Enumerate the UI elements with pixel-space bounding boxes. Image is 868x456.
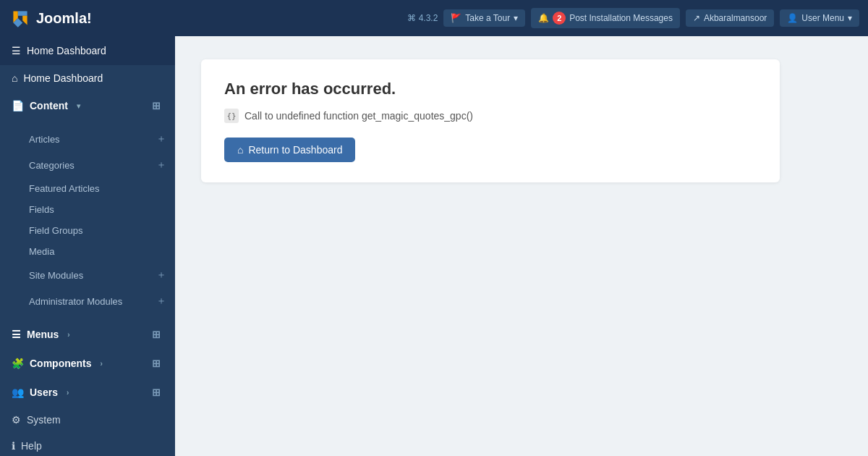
notification-count: 2 — [553, 12, 566, 25]
user-menu-chevron-icon: ▾ — [848, 13, 852, 23]
joomla-logo[interactable]: Joomla! — [9, 7, 92, 30]
sidebar-item-system[interactable]: ⚙ System — [0, 407, 175, 433]
site-modules-label: Site Modules — [29, 270, 83, 281]
return-icon: ⌂ — [237, 144, 243, 156]
media-label: Media — [29, 246, 54, 257]
sidebar-item-menus[interactable]: ☰ Menus › ⊞ — [0, 320, 175, 349]
notification-label: Post Installation Messages — [569, 13, 673, 23]
help-icon: ℹ — [12, 440, 15, 452]
users-icon: 👥 — [12, 387, 24, 398]
tour-chevron-icon: ▾ — [514, 13, 518, 23]
version-badge: ⌘ 4.3.2 — [407, 13, 438, 23]
main-content: An error has occurred. {} Call to undefi… — [175, 36, 868, 456]
username-label: Akbaralmansoor — [704, 13, 767, 23]
field-groups-label: Field Groups — [29, 225, 82, 236]
external-link-button[interactable]: ↗ Akbaralmansoor — [686, 9, 774, 27]
site-modules-add-icon[interactable]: ＋ — [153, 267, 169, 283]
articles-add-icon[interactable]: ＋ — [153, 131, 169, 147]
system-icon: ⚙ — [12, 414, 21, 426]
bell-icon: 🔔 — [538, 13, 549, 23]
user-menu-button[interactable]: 👤 User Menu ▾ — [780, 9, 859, 27]
joomla-brand-text: Joomla! — [36, 10, 92, 27]
sidebar-item-components[interactable]: 🧩 Components › ⊞ — [0, 349, 175, 378]
menus-chevron-icon: › — [67, 331, 69, 339]
toggle-menu-label: Home Dashboard — [27, 45, 106, 56]
topbar-left: Joomla! — [9, 7, 92, 30]
components-grid-icon[interactable]: ⊞ — [149, 356, 163, 371]
toggle-menu-item[interactable]: ☰ Home Dashboard — [0, 36, 175, 65]
sidebar-item-content[interactable]: 📄 Content ▾ ⊞ — [0, 91, 175, 120]
featured-articles-label: Featured Articles — [29, 183, 100, 194]
sidebar-item-fields[interactable]: Fields — [23, 199, 175, 220]
system-label: System — [27, 414, 61, 426]
users-grid-icon[interactable]: ⊞ — [149, 385, 163, 400]
layout: ☰ Home Dashboard ⌂ Home Dashboard 📄 Cont… — [0, 36, 868, 456]
return-to-dashboard-button[interactable]: ⌂ Return to Dashboard — [224, 138, 355, 162]
sidebar-item-home[interactable]: ⌂ Home Dashboard — [0, 65, 175, 91]
articles-label: Articles — [29, 134, 60, 145]
categories-add-icon[interactable]: ＋ — [153, 157, 169, 173]
help-label: Help — [21, 440, 42, 452]
version-text: 4.3.2 — [419, 13, 438, 23]
toggle-menu-icon: ☰ — [12, 45, 21, 56]
content-grid-icon[interactable]: ⊞ — [149, 98, 163, 113]
home-label: Home Dashboard — [23, 72, 103, 84]
topbar: Joomla! ⌘ 4.3.2 🚩 Take a Tour ▾ 🔔 2 Post… — [0, 0, 868, 36]
components-label: Components — [30, 358, 92, 369]
tour-label: Take a Tour — [465, 13, 510, 23]
notification-button[interactable]: 🔔 2 Post Installation Messages — [531, 8, 680, 28]
components-icon: 🧩 — [12, 358, 24, 369]
topbar-right: ⌘ 4.3.2 🚩 Take a Tour ▾ 🔔 2 Post Install… — [407, 8, 859, 28]
error-message-text: Call to undefined function get_magic_quo… — [244, 110, 473, 122]
external-icon: ↗ — [693, 13, 700, 23]
admin-modules-add-icon[interactable]: ＋ — [153, 293, 169, 309]
sidebar-item-users[interactable]: 👥 Users › ⊞ — [0, 378, 175, 407]
fields-label: Fields — [29, 204, 54, 215]
sidebar-item-featured-articles[interactable]: Featured Articles — [23, 178, 175, 199]
sidebar-item-admin-modules[interactable]: Administrator Modules ＋ — [23, 288, 175, 314]
sidebar-item-help[interactable]: ℹ Help — [0, 433, 175, 456]
content-chevron-icon: ▾ — [77, 102, 80, 110]
error-code-icon: {} — [224, 109, 239, 123]
sidebar-item-categories[interactable]: Categories ＋ — [23, 152, 175, 178]
sidebar-item-site-modules[interactable]: Site Modules ＋ — [23, 262, 175, 288]
take-tour-button[interactable]: 🚩 Take a Tour ▾ — [443, 9, 525, 27]
user-menu-label: User Menu — [801, 13, 844, 23]
content-icon: 📄 — [12, 100, 24, 111]
users-label: Users — [30, 387, 58, 398]
sidebar: ☰ Home Dashboard ⌂ Home Dashboard 📄 Cont… — [0, 36, 175, 456]
menus-icon: ☰ — [12, 329, 21, 340]
error-message-row: {} Call to undefined function get_magic_… — [224, 109, 757, 123]
menus-grid-icon[interactable]: ⊞ — [149, 327, 163, 342]
content-label: Content — [30, 100, 68, 111]
sidebar-item-field-groups[interactable]: Field Groups — [23, 220, 175, 241]
content-submenu: Articles ＋ Categories ＋ Featured Article… — [0, 120, 175, 320]
home-icon: ⌂ — [12, 72, 17, 84]
error-title: An error has occurred. — [224, 80, 757, 98]
user-icon: 👤 — [787, 13, 798, 23]
users-chevron-icon: › — [67, 389, 69, 397]
sidebar-item-articles[interactable]: Articles ＋ — [23, 126, 175, 152]
error-box: An error has occurred. {} Call to undefi… — [201, 59, 780, 182]
sidebar-item-media[interactable]: Media — [23, 241, 175, 262]
categories-label: Categories — [29, 160, 75, 171]
return-label: Return to Dashboard — [248, 144, 342, 156]
version-icon: ⌘ — [407, 13, 416, 23]
admin-modules-label: Administrator Modules — [29, 296, 122, 307]
menus-label: Menus — [27, 329, 59, 340]
components-chevron-icon: › — [101, 360, 103, 368]
tour-icon: 🚩 — [451, 13, 461, 23]
